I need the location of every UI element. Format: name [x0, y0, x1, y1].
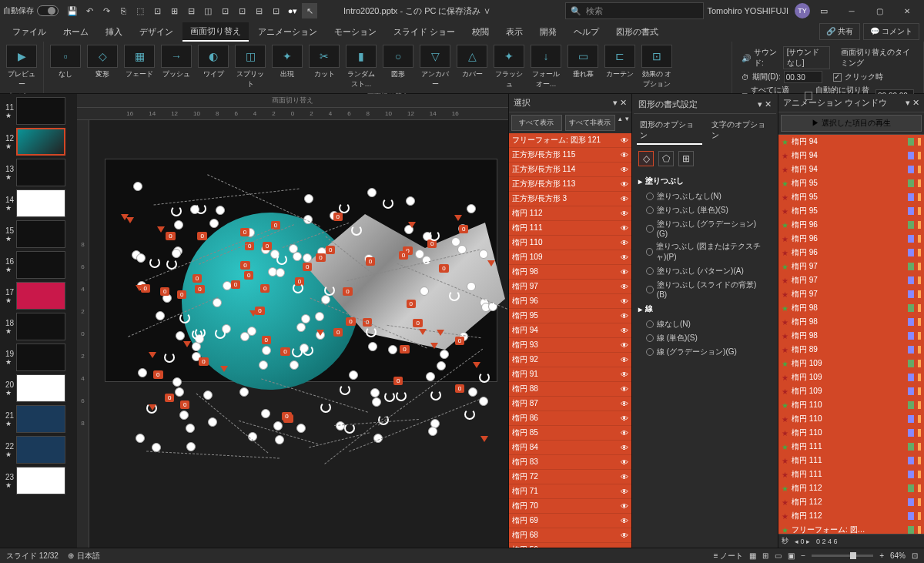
path-endpoint-icon[interactable]	[316, 330, 324, 336]
animation-item[interactable]: ★楕円 98	[778, 315, 924, 329]
rotation-handle[interactable]	[293, 283, 303, 293]
selection-item[interactable]: 楕円 69👁	[509, 514, 631, 528]
animation-item[interactable]: ★楕円 95	[778, 204, 924, 218]
path-endpoint-icon[interactable]	[220, 366, 228, 372]
selection-item[interactable]: 楕円 94👁	[509, 323, 631, 338]
slide-thumbnail[interactable]	[16, 282, 65, 310]
visibility-icon[interactable]: 👁	[621, 385, 628, 394]
qat-icon[interactable]: ●▾	[285, 3, 300, 18]
animation-timeline[interactable]: 秒 ◂ 0 ▸ 0 2 4 6	[778, 534, 924, 548]
visibility-icon[interactable]: 👁	[621, 517, 628, 525]
zoom-value[interactable]: 64%	[890, 551, 906, 560]
slide-thumbnails[interactable]: 11★12★13★14★15★16★17★18★19★20★21★22★23★	[0, 94, 77, 548]
rotation-handle[interactable]	[449, 290, 460, 301]
fill-option[interactable]: 塗りつぶし (パターン)(A)	[638, 264, 772, 278]
slide-thumbnail[interactable]	[16, 159, 65, 186]
notes-button[interactable]: ≡ ノート	[714, 551, 744, 561]
menu-図形の書式[interactable]: 図形の書式	[608, 23, 666, 41]
animation-duration-bar[interactable]	[908, 346, 914, 354]
animation-item[interactable]: ★楕円 89	[778, 343, 924, 357]
selection-item[interactable]: 楕円 96👁	[509, 294, 631, 309]
animation-tag[interactable]: 0	[400, 345, 409, 354]
visibility-icon[interactable]: 👁	[621, 458, 628, 467]
preview-button[interactable]: ▶ プレビュー	[3, 43, 40, 91]
animation-tag[interactable]: 0	[346, 317, 355, 326]
menu-スライド ショー[interactable]: スライド ショー	[386, 23, 463, 41]
selection-item[interactable]: 楕円 56👁	[509, 543, 631, 548]
animation-item[interactable]: ★楕円 112	[778, 495, 924, 509]
slide-thumbnail[interactable]	[16, 128, 65, 156]
menu-アニメーション[interactable]: アニメーション	[250, 23, 325, 41]
selection-item[interactable]: 楕円 70👁	[509, 499, 631, 514]
menu-ホーム[interactable]: ホーム	[55, 23, 96, 41]
animation-tag[interactable]: 0	[231, 280, 240, 289]
animation-duration-bar[interactable]	[908, 166, 914, 173]
transition-プッシュ[interactable]: →プッシュ	[158, 43, 195, 91]
transition-フォール オー…[interactable]: ↓フォール オー…	[527, 43, 564, 91]
selection-handle[interactable]	[428, 427, 437, 436]
selection-handle[interactable]	[303, 253, 312, 263]
rotation-handle[interactable]	[396, 390, 407, 401]
rotation-handle[interactable]	[430, 390, 441, 400]
animation-duration-bar[interactable]	[908, 290, 914, 298]
animation-tag[interactable]: 0	[343, 287, 352, 296]
animation-item[interactable]: ★楕円 94	[778, 149, 924, 163]
zoom-in-icon[interactable]: +	[879, 551, 884, 560]
selection-handle[interactable]	[208, 417, 217, 427]
dropdown-icon[interactable]: ▾	[758, 99, 762, 109]
animation-tag[interactable]: 0	[413, 319, 422, 327]
transition-ランダムスト…[interactable]: ▮ランダムスト…	[343, 43, 380, 91]
animation-tag[interactable]: 0	[240, 228, 249, 236]
selection-item[interactable]: 楕円 95👁	[509, 309, 631, 323]
qat-icon[interactable]: ⊡	[268, 3, 283, 18]
selection-item[interactable]: 楕円 85👁	[509, 426, 631, 441]
rotation-handle[interactable]	[192, 329, 203, 340]
path-endpoint-icon[interactable]	[437, 330, 444, 336]
selection-handle[interactable]	[370, 388, 380, 397]
transition-変形[interactable]: ◇変形	[84, 43, 121, 91]
transition-垂れ幕[interactable]: ▭垂れ幕	[564, 43, 601, 91]
menu-ファイル[interactable]: ファイル	[5, 23, 54, 41]
transition-図形[interactable]: ○図形	[380, 43, 417, 91]
selection-item[interactable]: 楕円 92👁	[509, 353, 631, 367]
fill-option[interactable]: 塗りつぶしなし(N)	[638, 189, 772, 203]
dropdown-icon[interactable]: ▾	[613, 98, 618, 107]
visibility-icon[interactable]: 👁	[621, 356, 628, 364]
animation-tag[interactable]: 0	[280, 347, 290, 356]
animation-duration-bar[interactable]	[908, 429, 914, 437]
transition-カバー[interactable]: △カバー	[454, 43, 490, 91]
slide-thumbnail[interactable]	[16, 97, 65, 125]
slide-thumbnail[interactable]	[16, 343, 65, 371]
selection-handle[interactable]	[223, 281, 232, 290]
animation-item[interactable]: ★楕円 96	[778, 232, 924, 246]
visibility-icon[interactable]: 👁	[621, 473, 628, 481]
close-pane-icon[interactable]: ✕	[620, 98, 627, 107]
effect-options-button[interactable]: ⊡効果の オプション	[638, 43, 675, 91]
slide-thumbnail[interactable]	[16, 467, 65, 494]
selection-handle[interactable]	[367, 188, 377, 197]
animation-tag[interactable]: 0	[195, 285, 204, 293]
animation-duration-bar[interactable]	[908, 526, 914, 534]
visibility-icon[interactable]: 👁	[621, 239, 628, 247]
hide-all-button[interactable]: すべて非表示	[565, 115, 616, 131]
slide-thumbnail[interactable]	[16, 220, 65, 248]
animation-tag[interactable]: 0	[260, 284, 270, 293]
animation-tag[interactable]: 0	[393, 377, 403, 385]
animation-tag[interactable]: 0	[197, 232, 206, 240]
selection-handle[interactable]	[368, 342, 377, 351]
selection-item[interactable]: 楕円 93👁	[509, 338, 631, 353]
animation-tag[interactable]: 0	[326, 246, 335, 254]
animation-tag[interactable]: 0	[180, 400, 189, 409]
fill-option[interactable]: 塗りつぶし (単色)(S)	[638, 203, 772, 217]
animation-tag[interactable]: 0	[439, 264, 448, 273]
rotation-handle[interactable]	[479, 372, 490, 383]
animation-item[interactable]: ★楕円 98	[778, 301, 924, 315]
selection-handle[interactable]	[261, 409, 270, 418]
path-endpoint-icon[interactable]	[249, 310, 257, 317]
animation-item[interactable]: ★楕円 97	[778, 287, 924, 301]
minimize-icon[interactable]: ─	[838, 0, 865, 22]
selection-item[interactable]: 楕円 83👁	[509, 455, 631, 470]
qat-icon[interactable]: ⊟	[183, 3, 199, 18]
animation-item[interactable]: ★楕円 110	[778, 398, 924, 412]
qat-icon[interactable]: ⎘	[116, 3, 131, 18]
